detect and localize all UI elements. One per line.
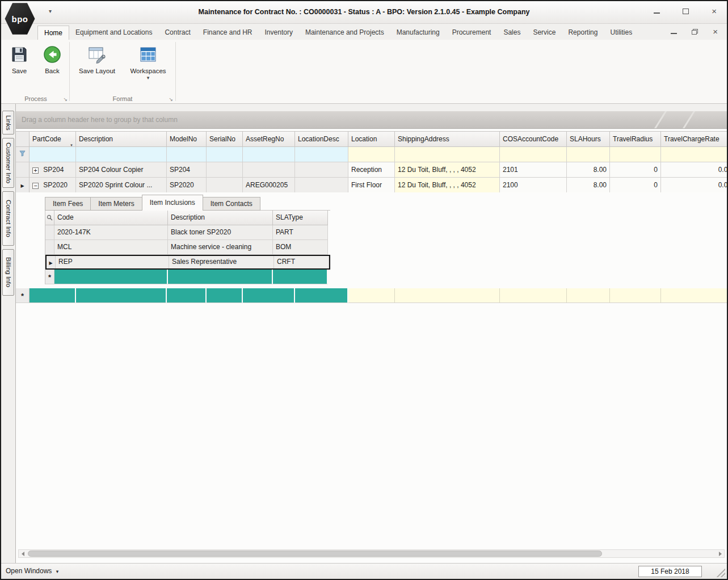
tab-item-meters[interactable]: Item Meters <box>90 197 142 211</box>
tab-item-inclusions[interactable]: Item Inclusions <box>142 195 203 211</box>
cell-partcode[interactable]: + SP204 <box>30 162 76 178</box>
cell-partcode[interactable]: − SP2020 <box>30 178 76 193</box>
tab-utilities[interactable]: Utilities <box>604 26 638 40</box>
new-row-cell-locationdesc[interactable] <box>295 288 348 303</box>
filter-cell-description[interactable] <box>76 147 167 162</box>
cell-modelno[interactable]: SP204 <box>167 162 207 178</box>
detail-row[interactable]: 2020-147K Black toner SP2020 PART <box>45 225 330 240</box>
filter-cell-modelno[interactable] <box>167 147 207 162</box>
column-header-slatype[interactable]: SLAType <box>273 211 328 225</box>
filter-caret-icon[interactable]: ▼ <box>70 138 73 147</box>
back-button[interactable]: Back <box>36 43 68 75</box>
cell-description[interactable]: Black toner SP2020 <box>168 225 273 240</box>
column-header-description[interactable]: Description <box>168 211 273 225</box>
cell-slahours[interactable]: 8.00 <box>567 178 610 193</box>
new-row-cell-cosaccountcode[interactable] <box>500 288 567 303</box>
table-row[interactable]: + SP204 SP204 Colour Copier SP204 Recept… <box>16 162 727 178</box>
filter-cell-slahours[interactable] <box>567 147 610 162</box>
sidebar-item-customer-info[interactable]: Customer Info <box>2 138 14 188</box>
column-header-serialno[interactable]: SerialNo <box>207 132 243 147</box>
new-row-cell-travelradius[interactable] <box>610 288 661 303</box>
column-header-description[interactable]: Description <box>76 132 167 147</box>
cell-travelradius[interactable]: 0 <box>610 162 661 178</box>
close-icon[interactable]: × <box>712 7 717 15</box>
tab-equipment-and-locations[interactable]: Equipment and Locations <box>69 26 158 40</box>
cell-slatype[interactable]: PART <box>273 225 328 240</box>
mdi-minimize-icon[interactable] <box>671 30 677 34</box>
new-row-cell-partcode[interactable] <box>30 288 76 303</box>
column-header-code[interactable]: Code <box>54 211 168 225</box>
sidebar-item-links[interactable]: Links <box>2 111 14 135</box>
workspaces-button[interactable]: Workspaces ▾ <box>124 43 172 81</box>
scrollbar-thumb[interactable] <box>28 550 602 557</box>
minimize-icon[interactable] <box>654 9 660 14</box>
tab-sales[interactable]: Sales <box>497 26 527 40</box>
filter-cell-partcode[interactable] <box>30 147 76 162</box>
cell-slatype[interactable]: BOM <box>273 240 328 255</box>
cell-slatype[interactable]: CRFT <box>274 256 329 268</box>
new-row-cell-description[interactable] <box>168 270 273 284</box>
cell-travelchargerate[interactable]: 0.00 <box>661 178 727 193</box>
cell-location[interactable]: Reception <box>348 162 395 178</box>
new-row-cell-travelchargerate[interactable] <box>661 288 727 303</box>
new-row-cell-slahours[interactable] <box>567 288 610 303</box>
new-row-cell-description[interactable] <box>76 288 167 303</box>
row-indicator[interactable] <box>16 162 30 178</box>
column-header-travelradius[interactable]: TravelRadius <box>610 132 661 147</box>
column-header-location[interactable]: Location <box>348 132 395 147</box>
cell-travelradius[interactable]: 0 <box>610 178 661 193</box>
detail-row-selected[interactable]: ▶ REP Sales Representative CRFT <box>45 255 330 270</box>
tab-service[interactable]: Service <box>527 26 562 40</box>
tab-procurement[interactable]: Procurement <box>446 26 498 40</box>
new-row-cell-slatype[interactable] <box>273 270 328 284</box>
column-header-partcode[interactable]: PartCode ▼ <box>30 132 76 147</box>
cell-assetregno[interactable]: AREG000205 <box>243 178 295 193</box>
workspaces-caret-icon[interactable]: ▾ <box>124 75 172 81</box>
cell-locationdesc[interactable] <box>295 178 348 193</box>
cell-slahours[interactable]: 8.00 <box>567 162 610 178</box>
cell-assetregno[interactable] <box>243 162 295 178</box>
cell-locationdesc[interactable] <box>295 162 348 178</box>
detail-new-row[interactable]: * <box>45 270 330 284</box>
new-row[interactable]: * <box>16 288 727 303</box>
tab-item-contacts[interactable]: Item Contacts <box>203 197 260 211</box>
column-header-assetregno[interactable]: AssetRegNo <box>243 132 295 147</box>
cell-code[interactable]: REP <box>56 256 169 268</box>
cell-cosaccountcode[interactable]: 2100 <box>500 178 567 193</box>
tab-maintenance-and-projects[interactable]: Maintenance and Projects <box>299 26 390 40</box>
date-field[interactable]: 15 Feb 2018 <box>638 566 702 577</box>
new-row-cell-assetregno[interactable] <box>243 288 295 303</box>
filter-cell-serialno[interactable] <box>207 147 243 162</box>
save-button[interactable]: Save <box>3 43 35 75</box>
maximize-icon[interactable] <box>683 9 689 14</box>
tab-finance-and-hr[interactable]: Finance and HR <box>197 26 259 40</box>
row-indicator[interactable] <box>45 240 54 255</box>
open-windows-button[interactable]: Open Windows ▾ <box>6 564 58 579</box>
detail-row[interactable]: MCL Machine service - cleaning BOM <box>45 240 330 255</box>
sidebar-item-contract-info[interactable]: Contract Info <box>2 191 14 246</box>
resize-grip-icon[interactable] <box>716 568 725 577</box>
cell-travelchargerate[interactable]: 0.00 <box>661 162 727 178</box>
cell-description[interactable]: Machine service - cleaning <box>168 240 273 255</box>
format-dialog-launcher-icon[interactable]: ↘ <box>169 96 173 102</box>
cell-description[interactable]: SP204 Colour Copier <box>76 162 167 178</box>
cell-code[interactable]: 2020-147K <box>54 225 168 240</box>
process-dialog-launcher-icon[interactable]: ↘ <box>63 96 68 102</box>
cell-description[interactable]: Sales Representative <box>169 256 274 268</box>
scroll-right-icon[interactable] <box>716 550 724 557</box>
new-row-cell-modelno[interactable] <box>167 288 207 303</box>
mdi-restore-icon[interactable] <box>692 29 698 35</box>
filter-cell-cosaccountcode[interactable] <box>500 147 567 162</box>
tab-reporting[interactable]: Reporting <box>562 26 604 40</box>
column-header-locationdesc[interactable]: LocationDesc <box>295 132 348 147</box>
row-indicator[interactable] <box>45 225 54 240</box>
cell-location[interactable]: First Floor <box>348 178 395 193</box>
cell-description[interactable]: SP2020 Sprint Colour ... <box>76 178 167 193</box>
new-row-cell-shippingaddress[interactable] <box>395 288 500 303</box>
filter-cell-travelradius[interactable] <box>610 147 661 162</box>
sidebar-item-billing-info[interactable]: Billing Info <box>2 249 14 296</box>
save-layout-button[interactable]: Save Layout <box>73 43 121 81</box>
filter-cell-location[interactable] <box>348 147 395 162</box>
row-indicator[interactable]: ▶ <box>47 256 56 268</box>
filter-cell-shippingaddress[interactable] <box>395 147 500 162</box>
